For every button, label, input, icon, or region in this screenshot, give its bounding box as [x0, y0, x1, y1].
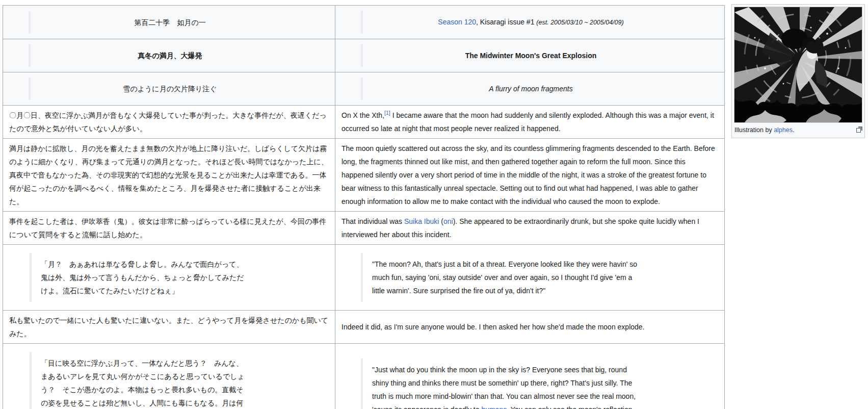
paragraph-4-en: Indeed it did, as I'm sure anyone would … — [335, 311, 725, 344]
issue-date-range: (est. 2005/03/10 ~ 2005/04/09) — [536, 19, 623, 26]
subtitle-jp-text: 雪のように月の欠片降り注ぐ — [123, 85, 217, 93]
quote-2-jp-text: 「目に映る空に浮かぶ月って、一体なんだと思う？ みんな、まあるいアレを見て丸い何… — [41, 359, 245, 409]
quote-1-jp-cell: 「月？ あぁあれは単なる脅しよ脅し。みんなで面白がって、鬼は外、鬼は外って言うも… — [3, 245, 335, 311]
illustration-thumbnail: Illustration by alphes. — [731, 4, 865, 138]
paragraph-1-en-text-cont: I became aware that the moon had suddenl… — [341, 111, 714, 133]
alphes-link[interactable]: alphes — [774, 126, 793, 134]
headline-jp: 真冬の満月、大爆発 — [29, 44, 309, 67]
quote-2-en-cell: "Just what do you think the moon up in t… — [335, 344, 725, 409]
translation-table: 第百二十季 如月の一 Season 120, Kisaragi issue #1… — [3, 5, 725, 409]
footnote-ref-1: [1] — [384, 110, 390, 116]
paragraph-1-jp: 〇月〇日、夜空に浮かぶ満月が音もなく大爆発していた事が判った。大きな事件だが、夜… — [3, 106, 335, 139]
illustration-image[interactable] — [734, 7, 862, 123]
caption-period: . — [793, 126, 794, 134]
quote-2-en: "Just what do you think the moon up in t… — [361, 359, 643, 409]
footnote-ref-1-link[interactable]: [1] — [384, 110, 390, 116]
quote-1-jp: 「月？ あぁあれは単なる脅しよ脅し。みんなで面白がって、鬼は外、鬼は外って言うも… — [30, 253, 249, 302]
paragraph-3-jp: 事件を起こした者は、伊吹萃香（鬼）。彼女は非常に酔っぱらっている様に見えたが、今… — [3, 212, 335, 245]
paragraph-2-en: The moon quietly scattered out across th… — [335, 139, 725, 212]
quote-1-jp-text: 「月？ あぁあれは単なる脅しよ脅し。みんなで面白がって、鬼は外、鬼は外って言うも… — [41, 260, 244, 295]
subtitle-jp-cell: 雪のように月の欠片降り注ぐ — [3, 72, 335, 106]
paragraph-4-jp: 私も驚いたので一緒にいた人も驚いたに違いない。また、どうやって月を爆発させたのか… — [3, 311, 335, 344]
quote-1-en: "The moon? Ah, that's just a bit of a th… — [361, 253, 643, 302]
paragraph-3-jp-text: 事件を起こした者は、伊吹萃香（鬼）。彼女は非常に酔っぱらっている様に見えたが、今… — [9, 217, 326, 239]
quote-1-en-cell: "The moon? Ah, that's just a bit of a th… — [335, 245, 725, 311]
paragraph-1-row: 〇月〇日、夜空に浮かぶ満月が音もなく大爆発していた事が判った。大きな事件だが、夜… — [3, 106, 725, 139]
issue-text: , Kisaragi issue #1 — [476, 18, 536, 26]
headline-jp-text: 真冬の満月、大爆発 — [138, 52, 202, 60]
quote-2-en-text: "Just what do you think the moon up in t… — [372, 366, 636, 409]
suika-ibuki-link[interactable]: Suika Ibuki — [404, 217, 439, 225]
quote-2-jp: 「目に映る空に浮かぶ月って、一体なんだと思う？ みんな、まあるいアレを見て丸い何… — [30, 352, 249, 409]
quote-2-row: 「目に映る空に浮かぶ月って、一体なんだと思う？ みんな、まあるいアレを見て丸い何… — [3, 344, 725, 409]
headline-jp-cell: 真冬の満月、大爆発 — [3, 39, 335, 72]
paragraph-2-en-text: The moon quietly scattered out across th… — [341, 144, 715, 206]
paragraph-3-en: That individual was Suika Ibuki (oni). S… — [335, 212, 725, 245]
caption-text: Illustration by — [734, 126, 774, 134]
subtitle-row: 雪のように月の欠片降り注ぐ A flurry of moon fragments — [3, 72, 725, 106]
season-header-en: Season 120, Kisaragi issue #1 (est. 2005… — [361, 11, 699, 34]
quote-1-en-text: "The moon? Ah, that's just a bit of a th… — [372, 260, 637, 295]
headline-row: 真冬の満月、大爆発 The Midwinter Moon's Great Exp… — [3, 39, 725, 72]
paragraph-4-row: 私も驚いたので一緒にいた人も驚いたに違いない。また、どうやって月を爆発させたのか… — [3, 311, 725, 344]
paragraph-3-row: 事件を起こした者は、伊吹萃香（鬼）。彼女は非常に酔っぱらっている様に見えたが、今… — [3, 212, 725, 245]
paragraph-4-en-text: Indeed it did, as I'm sure anyone would … — [341, 323, 645, 331]
paragraph-2-row: 満月は静かに拡散し、月の光を蓄えたまま無数の欠片が地上に降り注いだ。しばらくして… — [3, 139, 725, 212]
headline-en-text: The Midwinter Moon's Great Explosion — [465, 52, 597, 60]
paragraph-2-jp: 満月は静かに拡散し、月の光を蓄えたまま無数の欠片が地上に降り注いだ。しばらくして… — [3, 139, 335, 212]
paragraph-1-en: On X the Xth,[1] I became aware that the… — [335, 106, 725, 139]
humans-link[interactable]: humans — [481, 405, 507, 409]
season-header-row: 第百二十季 如月の一 Season 120, Kisaragi issue #1… — [3, 6, 725, 39]
paragraph-1-jp-text: 〇月〇日、夜空に浮かぶ満月が音もなく大爆発していた事が判った。大きな事件だが、夜… — [9, 111, 327, 133]
quote-2-jp-cell: 「目に映る空に浮かぶ月って、一体なんだと思う？ みんな、まあるいアレを見て丸い何… — [3, 344, 335, 409]
oni-link[interactable]: oni — [443, 217, 453, 225]
quote-1-row: 「月？ あぁあれは単なる脅しよ脅し。みんなで面白がって、鬼は外、鬼は外って言うも… — [3, 245, 725, 311]
season-header-en-cell: Season 120, Kisaragi issue #1 (est. 2005… — [335, 6, 725, 39]
season-120-link[interactable]: Season 120 — [438, 18, 476, 26]
subtitle-en-cell: A flurry of moon fragments — [335, 72, 725, 106]
subtitle-jp: 雪のように月の欠片降り注ぐ — [29, 78, 309, 100]
season-header-jp-cell: 第百二十季 如月の一 — [3, 6, 335, 39]
subtitle-en-text: A flurry of moon fragments — [489, 85, 572, 93]
headline-en-cell: The Midwinter Moon's Great Explosion — [335, 39, 725, 72]
paragraph-4-jp-text: 私も驚いたので一緒にいた人も驚いたに違いない。また、どうやって月を爆発させたのか… — [9, 316, 328, 338]
paragraph-1-en-text: On X the Xth, — [341, 111, 384, 119]
paragraph-2-jp-text: 満月は静かに拡散し、月の光を蓄えたまま無数の欠片が地上に降り注いだ。しばらくして… — [9, 144, 328, 206]
headline-en: The Midwinter Moon's Great Explosion — [361, 44, 699, 67]
illustration-caption: Illustration by alphes. — [734, 123, 862, 136]
magnify-icon[interactable] — [856, 126, 862, 133]
paragraph-3-en-mid: ( — [439, 217, 443, 225]
paragraph-3-en-text: That individual was — [341, 217, 404, 225]
wiki-article-page: 第百二十季 如月の一 Season 120, Kisaragi issue #1… — [0, 0, 868, 409]
season-jp-text: 第百二十季 如月の一 — [134, 18, 205, 27]
season-header-jp: 第百二十季 如月の一 — [29, 11, 309, 34]
subtitle-en: A flurry of moon fragments — [361, 78, 699, 100]
